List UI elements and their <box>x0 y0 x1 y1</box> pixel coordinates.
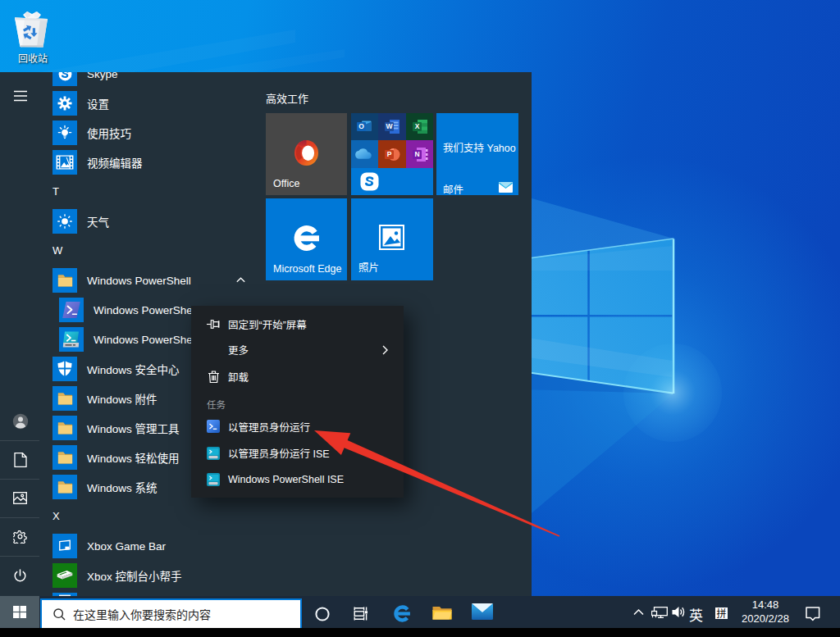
svg-text:X: X <box>415 122 420 130</box>
svg-text:N: N <box>414 150 419 158</box>
svg-text:P: P <box>387 150 392 158</box>
svg-text:O: O <box>358 122 364 130</box>
svg-text:W: W <box>386 122 393 130</box>
